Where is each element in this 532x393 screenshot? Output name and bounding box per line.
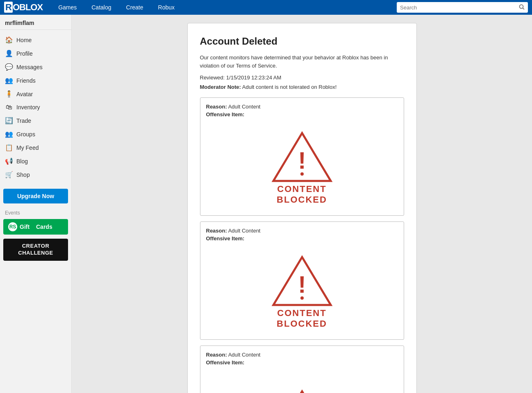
gift-label: Gift [20, 224, 30, 230]
reason-label-1: Reason: [206, 104, 227, 110]
search-input[interactable] [397, 5, 516, 11]
offensive-item-label-1: Offensive Item: [206, 111, 398, 117]
home-icon: 🏠 [5, 36, 13, 44]
reason-value-2: Adult Content [228, 228, 261, 234]
svg-text:!: ! [298, 271, 306, 298]
sidebar-label-profile: Profile [16, 50, 33, 57]
sidebar-label-avatar: Avatar [16, 91, 33, 97]
sidebar-item-messages[interactable]: 💬 Messages [0, 60, 71, 74]
reason-line-1: Reason: Adult Content [206, 104, 398, 110]
rs-icon: RS [8, 222, 17, 231]
page-title: Account Deleted [200, 36, 404, 47]
content-blocked-3 [206, 370, 398, 393]
search-bar [397, 2, 528, 13]
sidebar-item-profile[interactable]: 👤 Profile [0, 47, 71, 60]
my-feed-icon: 📋 [5, 144, 13, 151]
inventory-icon: 🛍 [5, 104, 13, 111]
sidebar-item-friends[interactable]: 👥 Friends [0, 74, 71, 87]
svg-text:!: ! [298, 147, 306, 174]
events-label: Events [0, 208, 71, 217]
sidebar-label-messages: Messages [16, 64, 43, 70]
reason-box-1: Reason: Adult Content Offensive Item: ! … [200, 97, 404, 216]
content-blocked-1: ! CONTENT BLOCKED [206, 122, 398, 210]
svg-line-1 [523, 8, 525, 9]
nav-catalog[interactable]: Catalog [84, 0, 118, 15]
offensive-item-label-2: Offensive Item: [206, 235, 398, 242]
reason-box-2: Reason: Adult Content Offensive Item: ! … [200, 221, 404, 340]
sidebar-item-my-feed[interactable]: 📋 My Feed [0, 141, 71, 154]
sidebar-item-shop[interactable]: 🛒 Shop [0, 168, 71, 181]
moderator-note-label: Moderator Note: [200, 84, 241, 90]
nav-games[interactable]: Games [51, 0, 84, 15]
offensive-item-label-3: Offensive Item: [206, 359, 398, 366]
sidebar-label-home: Home [16, 37, 32, 43]
creator-challenge-button[interactable]: CREATOR CHALLENGE [3, 239, 68, 261]
search-button[interactable] [516, 4, 528, 11]
sidebar-label-shop: Shop [16, 172, 30, 178]
cards-label: Cards [36, 224, 52, 230]
sidebar: mrflimflam 🏠 Home 👤 Profile 💬 Messages 👥… [0, 15, 72, 393]
creator-challenge-line1: CREATOR [8, 243, 63, 250]
creator-challenge-line2: CHALLENGE [8, 250, 63, 257]
moderator-note: Moderator Note: Adult content is not tol… [200, 84, 404, 90]
reason-value-3: Adult Content [228, 352, 261, 358]
reason-box-3: Reason: Adult Content Offensive Item: [200, 346, 404, 393]
sidebar-label-trade: Trade [16, 117, 31, 124]
svg-point-0 [520, 5, 523, 8]
sidebar-label-blog: Blog [16, 158, 28, 165]
shop-icon: 🛒 [5, 171, 13, 178]
reason-line-3: Reason: Adult Content [206, 352, 398, 358]
content-blocked-svg-3 [271, 378, 333, 393]
profile-icon: 👤 [5, 50, 13, 57]
nav-robux[interactable]: Robux [151, 0, 182, 15]
sidebar-label-inventory: Inventory [16, 104, 40, 111]
reason-line-2: Reason: Adult Content [206, 228, 398, 234]
svg-marker-8 [273, 391, 331, 393]
upgrade-now-button[interactable]: Upgrade Now [3, 189, 68, 203]
reason-value-1: Adult Content [228, 104, 261, 110]
top-navbar: ROBLOX Games Catalog Create Robux [0, 0, 532, 15]
roblox-logo[interactable]: ROBLOX [4, 2, 43, 13]
reason-label-2: Reason: [206, 228, 227, 234]
friends-icon: 👥 [5, 77, 13, 84]
sidebar-nav: 🏠 Home 👤 Profile 💬 Messages 👥 Friends 🧍 … [0, 30, 71, 185]
svg-point-7 [300, 296, 304, 300]
content-blocked-svg-2: ! CONTENT BLOCKED [271, 254, 333, 330]
blog-icon: 📢 [5, 157, 13, 165]
sidebar-label-my-feed: My Feed [16, 145, 39, 151]
sidebar-item-avatar[interactable]: 🧍 Avatar [0, 87, 71, 101]
layout: mrflimflam 🏠 Home 👤 Profile 💬 Messages 👥… [0, 15, 532, 393]
gift-cards-button[interactable]: RS Gift Cards [3, 219, 68, 235]
sidebar-item-trade[interactable]: 🔄 Trade [0, 114, 71, 127]
groups-icon: 👥 [5, 130, 13, 138]
nav-create[interactable]: Create [119, 0, 151, 15]
avatar-icon: 🧍 [5, 90, 13, 98]
account-deleted-card: Account Deleted Our content monitors hav… [187, 23, 417, 393]
svg-point-4 [300, 172, 304, 176]
nav-links: Games Catalog Create Robux [51, 0, 182, 15]
moderator-note-value: Adult content is not tolerated on Roblox… [242, 84, 337, 90]
sidebar-item-inventory[interactable]: 🛍 Inventory [0, 101, 71, 114]
reviewed-line: Reviewed: 1/15/2019 12:23:24 AM [200, 75, 404, 81]
description-text: Our content monitors have determined tha… [200, 54, 404, 70]
sidebar-label-friends: Friends [16, 77, 36, 84]
sidebar-label-groups: Groups [16, 131, 35, 138]
messages-icon: 💬 [5, 63, 13, 71]
blocked-text-2: CONTENT BLOCKED [277, 308, 327, 330]
trade-icon: 🔄 [5, 117, 13, 124]
main-content: Account Deleted Our content monitors hav… [72, 15, 532, 393]
username-display: mrflimflam [0, 15, 71, 30]
content-blocked-svg-1: ! CONTENT BLOCKED [271, 130, 333, 206]
sidebar-item-home[interactable]: 🏠 Home [0, 33, 71, 47]
content-blocked-2: ! CONTENT BLOCKED [206, 246, 398, 334]
reason-label-3: Reason: [206, 352, 227, 358]
sidebar-item-groups[interactable]: 👥 Groups [0, 127, 71, 141]
blocked-text-1: CONTENT BLOCKED [277, 184, 327, 206]
sidebar-item-blog[interactable]: 📢 Blog [0, 154, 71, 168]
